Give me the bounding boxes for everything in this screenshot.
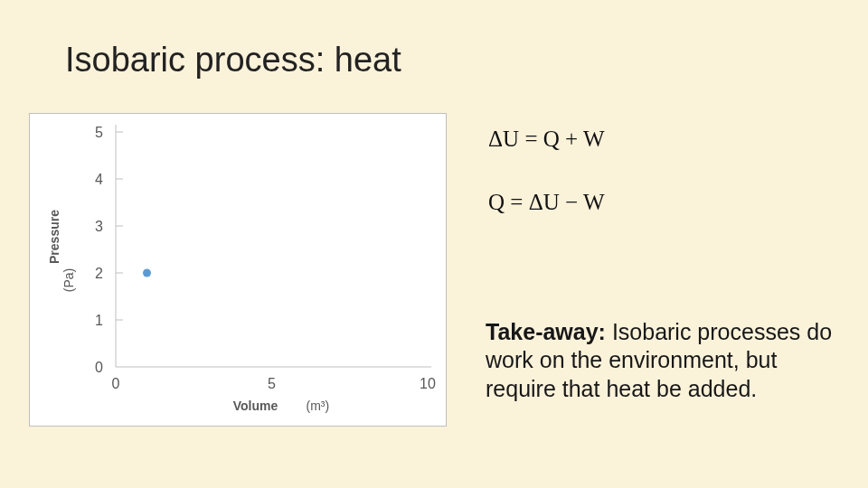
- y-tick-label: 2: [95, 266, 103, 281]
- y-axis-unit: (Pa): [61, 268, 76, 292]
- data-point: [143, 269, 151, 277]
- pv-chart: 0123450510Pressure(Pa)Volume(m³): [29, 113, 447, 427]
- takeaway-label: Take-away:: [486, 319, 606, 344]
- takeaway-block: Take-away: Isobaric processes do work on…: [486, 318, 847, 403]
- y-tick-label: 3: [95, 219, 103, 234]
- y-tick-label: 1: [95, 313, 103, 328]
- y-tick-label: 4: [95, 172, 103, 187]
- equations-block: ΔU = Q + W Q = ΔU − W: [488, 122, 605, 248]
- x-tick-label: 10: [420, 376, 436, 391]
- slide: Isobaric process: heat 0123450510Pressur…: [0, 0, 868, 488]
- y-axis-title: Pressure: [47, 210, 61, 264]
- pv-chart-svg: 0123450510Pressure(Pa)Volume(m³): [30, 114, 446, 426]
- equation-q: Q = ΔU − W: [488, 185, 605, 220]
- x-axis-title: Volume: [233, 399, 278, 413]
- y-tick-label: 5: [95, 125, 103, 140]
- equation-first-law: ΔU = Q + W: [488, 122, 605, 156]
- x-tick-label: 5: [268, 376, 276, 391]
- x-tick-label: 0: [112, 376, 120, 391]
- y-tick-label: 0: [95, 360, 103, 375]
- slide-title: Isobaric process: heat: [65, 41, 401, 80]
- x-axis-unit: (m³): [307, 399, 330, 413]
